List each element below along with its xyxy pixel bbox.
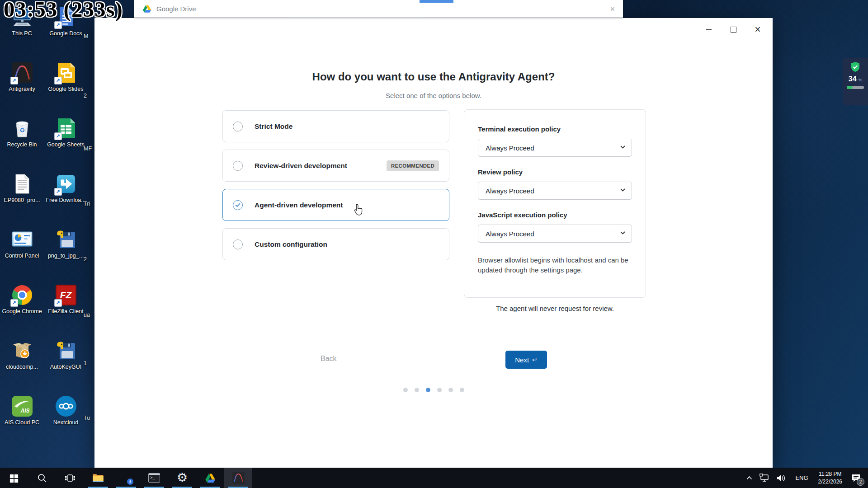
floppy-script-icon <box>55 340 77 361</box>
window-close-button[interactable]: × <box>750 23 765 36</box>
desktop-icon-label: FileZilla Client <box>48 308 84 315</box>
taskbar-google-drive[interactable] <box>196 468 224 488</box>
allowlist-note: Browser allowlist begins with localhost … <box>478 255 632 275</box>
option-strict-mode[interactable]: Strict Mode <box>222 110 449 142</box>
pagination-dot[interactable] <box>437 388 442 392</box>
desktop-icon-ais-cloud-pc[interactable]: AIS AIS Cloud PC <box>0 393 44 448</box>
taskbar-chrome[interactable] <box>112 468 140 488</box>
page-subtitle: Select one of the options below. <box>94 92 773 99</box>
desktop-icon-png-to-jpg[interactable]: png_to_jpg_... <box>44 226 88 282</box>
pagination-dot[interactable] <box>448 388 453 392</box>
edge-icon-fragment: Tri <box>84 201 94 207</box>
shortcut-arrow-icon: ↗ <box>54 132 62 140</box>
policy-panel: Terminal execution policy Always Proceed… <box>464 109 646 298</box>
review-policy-select[interactable]: Always Proceed <box>478 182 632 200</box>
desktop-icon-google-sheets[interactable]: ↗ Google Sheets <box>44 115 88 170</box>
chevron-down-icon <box>620 145 625 149</box>
pagination-dot[interactable] <box>415 388 419 392</box>
field-label: JavaScript execution policy <box>478 211 632 219</box>
back-button[interactable]: Back <box>321 355 337 363</box>
taskbar-file-explorer[interactable] <box>84 468 112 488</box>
desktop-icon-label: Control Panel <box>5 253 39 260</box>
start-button[interactable] <box>0 468 28 488</box>
widget-progress-bar <box>847 86 864 89</box>
google-sheets-icon: ↗ <box>55 117 77 139</box>
clock[interactable]: 11:28 PM 2/22/2026 <box>814 470 847 485</box>
desktop-icon-label: Google Sheets <box>47 141 85 149</box>
desktop-icon-label: Nextcloud <box>53 419 79 427</box>
network-icon[interactable] <box>756 468 773 488</box>
chrome-icon <box>120 472 132 484</box>
minimize-button[interactable] <box>701 23 717 36</box>
system-tray: ENG 11:28 PM 2/22/2026 2 <box>743 468 868 488</box>
pagination-dots <box>94 388 773 392</box>
radio-selected-icon <box>233 200 243 210</box>
option-agent-driven[interactable]: Agent-driven development <box>222 189 449 221</box>
taskbar-antigravity-active[interactable] <box>224 468 252 488</box>
edge-icon-fragment: 2 <box>84 256 94 263</box>
review-footnote: The agent will never request for review. <box>464 305 646 312</box>
javascript-policy-select[interactable]: Always Proceed <box>478 225 632 243</box>
desktop-icon-label: AIS Cloud PC <box>5 419 39 427</box>
widget-percent-value: 34 <box>849 75 857 83</box>
desktop-icon-google-slides[interactable]: ↗ Google Slides <box>44 59 88 115</box>
desktop-icon-label: png_to_jpg_... <box>48 253 84 260</box>
antigravity-icon <box>232 472 245 484</box>
desktop-icon-recycle-bin[interactable]: ♻ Recycle Bin <box>0 115 44 170</box>
shortcut-arrow-icon: ↗ <box>54 21 62 29</box>
pagination-dot-active[interactable] <box>426 388 430 392</box>
google-drive-toast[interactable]: Google Drive × <box>134 0 623 18</box>
next-button[interactable]: Next ↵ <box>505 351 547 369</box>
desktop-icon-free-download-manager[interactable]: ↗ Free Downloa... <box>44 170 88 226</box>
free-download-manager-icon: ↗ <box>55 173 77 195</box>
desktop-icon-nextcloud[interactable]: Nextcloud <box>44 393 88 448</box>
maximize-button[interactable] <box>726 23 741 36</box>
radio-unselected-icon <box>233 161 243 171</box>
task-view-icon <box>65 474 75 483</box>
edge-icon-fragment: Tu <box>84 415 94 421</box>
option-review-driven[interactable]: Review-driven development RECOMMENDED <box>222 150 449 182</box>
pagination-dot[interactable] <box>403 388 408 392</box>
desktop-icon-label: cloudcomp... <box>6 364 38 371</box>
text-document-icon <box>11 173 33 195</box>
google-drive-icon <box>205 473 216 483</box>
security-status-widget[interactable]: 34 % <box>843 58 868 105</box>
taskbar-settings[interactable]: ⚙ <box>168 468 196 488</box>
task-view-button[interactable] <box>56 468 84 488</box>
chevron-down-icon <box>620 231 625 235</box>
shortcut-arrow-icon: ↗ <box>54 188 62 196</box>
toast-close-icon[interactable]: × <box>610 5 615 13</box>
taskbar-terminal[interactable]: >_ <box>140 468 168 488</box>
desktop-icon-label: Google Chrome <box>2 308 42 315</box>
desktop-icon-google-chrome[interactable]: ↗ Google Chrome <box>0 282 44 337</box>
search-icon <box>37 473 47 483</box>
terminal-policy-select[interactable]: Always Proceed <box>478 139 632 157</box>
tray-chevron-up-icon[interactable] <box>743 468 756 488</box>
top-blue-strip <box>420 0 453 3</box>
desktop-icon-label: AutoKeyGUI <box>50 364 81 371</box>
desktop-icon-ep9080-document[interactable]: EP9080_pro... <box>0 170 44 226</box>
edge-icon-fragment: ua <box>84 312 94 318</box>
installer-box-icon <box>11 340 33 361</box>
action-center-button[interactable]: 2 <box>847 468 868 488</box>
desktop-icon-label: Google Slides <box>48 86 84 93</box>
desktop-icon-filezilla[interactable]: FZ ↗ FileZilla Client <box>44 282 88 337</box>
language-indicator[interactable]: ENG <box>790 474 813 481</box>
recommended-badge: RECOMMENDED <box>387 160 439 171</box>
option-custom-configuration[interactable]: Custom configuration <box>222 228 449 260</box>
desktop-icon-autokeygui[interactable]: AutoKeyGUI <box>44 337 88 393</box>
speaker-icon[interactable] <box>773 468 790 488</box>
chrome-profile-badge <box>127 478 134 485</box>
shortcut-arrow-icon: ↗ <box>54 77 62 84</box>
field-label: Review policy <box>478 168 632 176</box>
desktop-icon-cloudcomp[interactable]: cloudcomp... <box>0 337 44 393</box>
desktop-icon-antigravity[interactable]: ↗ Antigravity <box>0 59 44 115</box>
enter-key-icon: ↵ <box>532 356 538 363</box>
pagination-dot[interactable] <box>460 388 464 392</box>
desktop-icon-grid: This PC ↗ Google Docs ↗ Antigravity ↗ Go… <box>0 4 88 448</box>
desktop-icon-control-panel[interactable]: Control Panel <box>0 226 44 282</box>
shortcut-arrow-icon: ↗ <box>54 299 62 307</box>
mode-options-list: Strict Mode Review-driven development RE… <box>222 110 449 267</box>
desktop-icon-label: Antigravity <box>9 86 35 93</box>
taskbar-search-button[interactable] <box>28 468 56 488</box>
